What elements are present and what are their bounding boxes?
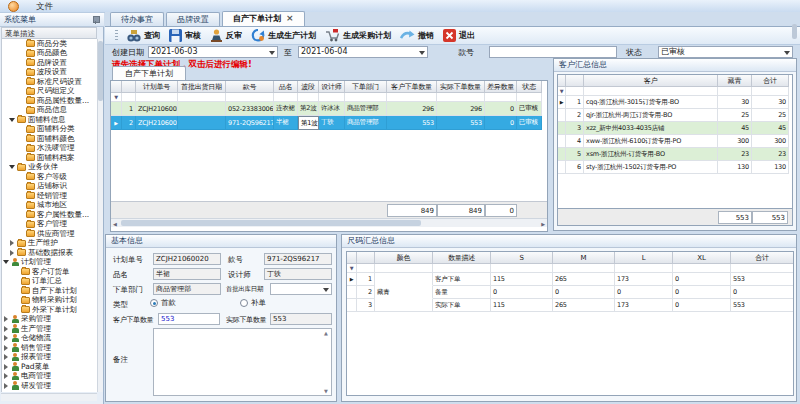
table-row[interactable]: 1 客户下单 115 265 173 0 553 (347, 273, 793, 286)
sidebar-item-order-summary[interactable]: 订单汇总 (2, 277, 97, 287)
sidebar-item-production-mgmt[interactable]: 生产管理 (2, 324, 97, 334)
sidebar-item-wave-setting[interactable]: 波段设置 (2, 68, 97, 78)
designer-field[interactable]: 丁轶 (264, 268, 332, 280)
column-header[interactable]: 实际下单数量 (437, 81, 485, 93)
scroll-down-icon[interactable]: ▼ (324, 388, 328, 394)
dept-field[interactable]: 商品管理部 (153, 283, 221, 295)
column-header[interactable]: 下单部门 (345, 81, 387, 93)
collapse-arrow-icon[interactable] (3, 259, 9, 265)
tab-brand-setting[interactable]: 品牌设置 (166, 12, 220, 26)
grid-hscrollbar[interactable]: ◀ ▶ (111, 218, 547, 227)
sidebar-item-fabric-archive[interactable]: 面辅料档案 (2, 153, 97, 163)
column-header[interactable]: 客户下单数量 (387, 81, 437, 93)
sidebar-item-pad-menu[interactable]: Pad菜单 (2, 362, 97, 372)
plan-no-field[interactable]: ZCJH21060020 (153, 253, 221, 265)
scroll-right-icon[interactable]: ▶ (541, 221, 545, 227)
column-header[interactable]: 合计 (731, 252, 794, 264)
column-header[interactable]: 计划单号 (136, 81, 178, 93)
cell-wave-editing[interactable]: 第1波 (298, 116, 319, 130)
table-row[interactable]: 2 藏青 备量 0 0 0 0 0 (347, 286, 793, 299)
subtab-self-order-plan[interactable]: 自产下单计划 (112, 66, 186, 80)
column-header[interactable]: 合计 (752, 75, 789, 87)
sidebar-item-ecommerce-mgmt[interactable]: 电商管理 (2, 372, 97, 382)
tab-self-order-plan[interactable]: 自产下单计划 (222, 11, 305, 26)
expand-arrow-icon[interactable] (9, 250, 15, 256)
actual-qty-field[interactable]: 553 (270, 313, 332, 325)
style-no-input[interactable] (489, 46, 617, 58)
column-header[interactable]: XL (673, 252, 731, 264)
column-header[interactable]: 款号 (226, 81, 274, 93)
filter-icon[interactable] (111, 93, 122, 102)
sidebar-item-customer-attr[interactable]: 客户属性数量... (2, 210, 97, 220)
status-combo[interactable]: 已审核 (658, 46, 793, 58)
query-button[interactable]: 查询 (127, 30, 160, 42)
sidebar-item-self-order-plan[interactable]: 自产下单计划 (2, 286, 97, 296)
expand-arrow-icon[interactable] (3, 383, 9, 389)
radio-reorder[interactable]: 补单 (240, 298, 266, 308)
sidebar-item-size-group[interactable]: 尺码组定义 (2, 87, 97, 97)
column-header[interactable]: 藏青 (718, 75, 752, 87)
column-header[interactable]: 颜色 (375, 252, 433, 264)
table-row[interactable]: 4 xww-浙江杭州-6100订货专用-PO 300 300 (558, 135, 792, 148)
sidebar-item-report-mgmt[interactable]: 报表管理 (2, 353, 97, 363)
column-header[interactable]: L (615, 252, 673, 264)
first-out-date-combo[interactable] (270, 283, 332, 295)
filter-icon[interactable] (558, 87, 566, 96)
sidebar-item-customer-mgmt[interactable]: 客户管理 (2, 220, 97, 230)
filter-icon[interactable] (347, 264, 357, 273)
sidebar-item-product-info[interactable]: 商品信息 (2, 106, 97, 116)
sidebar-item-product-color[interactable]: 商品颜色 (2, 49, 97, 59)
sidebar-item-warehouse-logistics[interactable]: 仓储物流 (2, 334, 97, 344)
table-row[interactable]: 1 ZCJH21060024 052-23383006-1 连衣裙 第2波 许冰… (111, 102, 547, 116)
expand-arrow-icon[interactable] (3, 326, 9, 332)
customer-qty-field[interactable]: 553 (158, 313, 220, 325)
expand-arrow-icon[interactable] (3, 373, 9, 379)
tab-todo[interactable]: 待办事宜 (110, 12, 164, 26)
table-row[interactable]: 3 实际下单 115 265 173 0 553 (347, 299, 793, 312)
sidebar-scrollbar[interactable] (97, 39, 103, 392)
sidebar-hscrollbar[interactable] (1, 393, 97, 401)
remark-textarea[interactable] (153, 328, 332, 396)
table-row[interactable]: 1 cqq-浙江杭州-3015订货专用-BO 30 30 (558, 96, 792, 109)
table-row-selected[interactable]: 2 ZCJH21060020 971-2QS96217 半裙 第1波 丁轶 商品… (111, 116, 547, 130)
app-logo-icon[interactable] (8, 1, 19, 12)
exit-button[interactable]: 退出 (443, 29, 475, 42)
column-header[interactable]: 数量描述 (433, 252, 491, 264)
expand-arrow-icon[interactable] (3, 364, 9, 370)
sidebar-item-customer-order[interactable]: 客户订货单 (2, 267, 97, 277)
undo-button[interactable]: 撤销 (400, 30, 434, 41)
radio-first-style[interactable]: 首款 (150, 298, 176, 308)
expand-arrow-icon[interactable] (3, 335, 9, 341)
sidebar-item-city-region[interactable]: 城市地区 (2, 201, 97, 211)
date-from-combo[interactable]: 2021-06-03 (148, 46, 278, 58)
unaudit-button[interactable]: 反审 (210, 29, 242, 42)
expand-arrow-icon[interactable] (3, 316, 9, 322)
sidebar-item-business-partner[interactable]: 业务伙伴 (2, 163, 97, 173)
sidebar-item-fabric-info[interactable]: 面辅料信息 (2, 115, 97, 125)
sidebar-item-shop-mark[interactable]: 店铺标识 (2, 182, 97, 192)
sidebar-item-rnd-mgmt[interactable]: 研发管理 (2, 381, 97, 391)
scroll-up-icon[interactable]: ▲ (324, 330, 328, 336)
sidebar-item-production-maint[interactable]: 生产维护 (2, 239, 97, 249)
table-row[interactable]: 6 sty-浙江杭州-1502订货专用-PO 130 130 (558, 161, 792, 174)
style-no-field[interactable]: 971-2QS96217 (264, 253, 332, 265)
table-row[interactable]: 5 xsm-浙江杭州-订货专用-BO 23 23 (558, 148, 792, 161)
table-row[interactable]: 2 qjr-浙江杭州-两江订货专用-BO 25 25 (558, 109, 792, 122)
column-header[interactable]: 首批出货日期 (178, 81, 226, 93)
generate-production-plan-button[interactable]: 生成生产计划 (251, 29, 316, 42)
sidebar-item-distribution[interactable]: 经销管理 (2, 191, 97, 201)
scrollbar-thumb[interactable] (98, 41, 103, 101)
expand-arrow-icon[interactable] (3, 345, 9, 351)
sidebar-item-material-purchase-plan[interactable]: 物料采购计划 (2, 296, 97, 306)
column-header[interactable]: 品名 (274, 81, 298, 93)
product-name-field[interactable]: 半裙 (153, 268, 221, 280)
table-row[interactable]: 3 xzz_新中州4033-4035店铺 45 45 (558, 122, 792, 135)
grid-filter-row[interactable] (347, 264, 793, 273)
column-header[interactable]: M (553, 252, 615, 264)
audit-button[interactable]: 审核 (169, 29, 201, 42)
generate-purchase-plan-button[interactable]: 生成采购计划 (325, 29, 391, 42)
sidebar-item-plan-mgmt[interactable]: 计划管理 (2, 258, 97, 268)
expand-arrow-icon[interactable] (3, 354, 9, 360)
date-to-combo[interactable]: 2021-06-04 (298, 46, 428, 58)
sidebar-item-basic-data-report[interactable]: 基础数据报表 (2, 248, 97, 258)
